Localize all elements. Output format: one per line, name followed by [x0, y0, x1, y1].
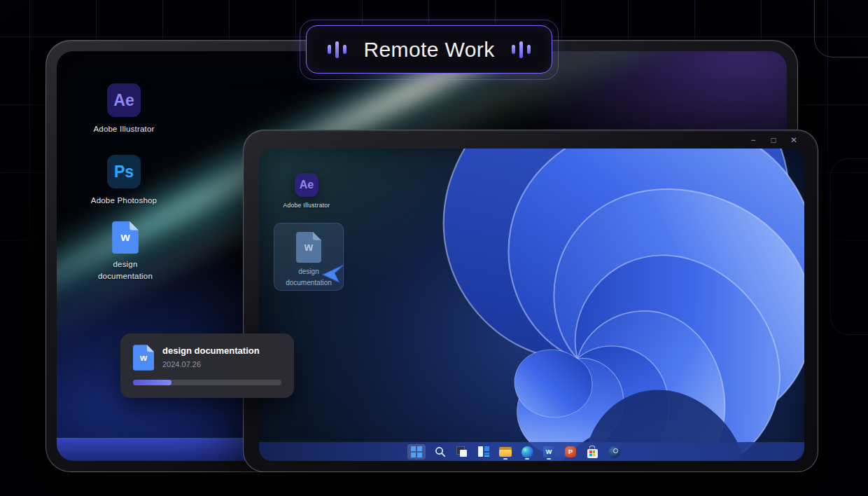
- bloom-wallpaper: [259, 149, 804, 461]
- doc-glyph: w: [120, 230, 130, 244]
- deco-rounded-rect: [814, 0, 868, 57]
- transfer-file-name: design documentation: [162, 345, 260, 356]
- progress-bar-fill: [133, 380, 172, 385]
- deco-rounded-rect: [830, 158, 868, 335]
- ae-app-icon: Ae: [295, 173, 318, 197]
- word-app-icon[interactable]: W: [542, 444, 556, 460]
- ps-app-icon: Ps: [107, 155, 141, 188]
- desktop-icon-illustrator[interactable]: Ae Adobe Illustrator: [75, 83, 173, 135]
- equalizer-icon: [328, 41, 346, 58]
- powerpoint-app-icon[interactable]: P: [564, 444, 578, 460]
- doc-label-line1: design: [98, 259, 153, 270]
- icon-label: Adobe Illustrator: [93, 123, 154, 135]
- badge-label: Remote Work: [363, 38, 494, 62]
- maximize-button[interactable]: □: [769, 135, 778, 146]
- minimize-button[interactable]: −: [749, 135, 757, 146]
- equalizer-icon: [512, 41, 531, 58]
- icon-label: Adobe Illustrator: [284, 202, 330, 209]
- ae-glyph: Ae: [300, 179, 314, 191]
- microsoft-store-icon[interactable]: [585, 444, 599, 460]
- word-file-icon: w: [133, 345, 154, 371]
- remote-desktop-window: − □ ✕: [243, 130, 818, 472]
- remote-desktop: Ae Adobe Illustrator w design documentat…: [259, 149, 804, 461]
- doc-glyph: w: [140, 352, 147, 363]
- word-file-icon: w: [112, 221, 139, 254]
- transfer-date: 2024.07.26: [162, 360, 201, 368]
- edge-browser-icon[interactable]: [520, 444, 534, 460]
- file-transfer-card: w design documentation 2024.07.26: [120, 333, 294, 398]
- icon-label: Adobe Photoshop: [91, 195, 157, 207]
- ae-glyph: Ae: [113, 91, 134, 110]
- powerpoint-glyph: P: [568, 448, 573, 455]
- ps-glyph: Ps: [114, 163, 134, 181]
- drag-cursor-icon: [322, 262, 346, 286]
- ae-app-icon: Ae: [107, 83, 141, 117]
- word-file-icon-ghost: w: [296, 232, 321, 263]
- widgets-icon[interactable]: [477, 444, 491, 460]
- window-controls: − □ ✕: [749, 135, 798, 146]
- file-explorer-icon[interactable]: [498, 444, 512, 460]
- doc-glyph: w: [304, 241, 313, 254]
- steam-icon[interactable]: [607, 444, 621, 460]
- hero-scene: Ae Adobe Illustrator Ps Adobe Photoshop …: [0, 0, 868, 496]
- desktop-icon-photoshop[interactable]: Ps Adobe Photoshop: [75, 155, 173, 207]
- doc-label-line2: documentation: [98, 270, 153, 282]
- search-icon[interactable]: [433, 444, 447, 460]
- desktop-icon-document[interactable]: w design documentation: [76, 221, 174, 282]
- start-button-icon[interactable]: [407, 444, 426, 460]
- word-glyph: W: [546, 448, 552, 455]
- task-view-icon[interactable]: [455, 444, 469, 460]
- remote-work-badge: Remote Work: [306, 25, 552, 74]
- remote-icon-illustrator[interactable]: Ae Adobe Illustrator: [283, 173, 330, 209]
- progress-bar: [133, 380, 281, 385]
- close-button[interactable]: ✕: [790, 135, 798, 146]
- remote-taskbar: W P: [259, 442, 804, 461]
